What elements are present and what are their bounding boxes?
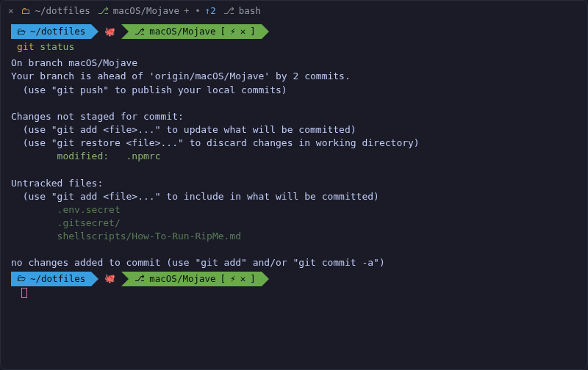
powerline-arrow-icon bbox=[121, 24, 129, 39]
git-branch-icon: ⎇ bbox=[135, 26, 145, 38]
untracked-file: .env.secret bbox=[11, 203, 577, 217]
powerline-arrow-icon bbox=[91, 272, 98, 286]
powerline-arrow-icon bbox=[262, 24, 269, 39]
powerline-arrow-icon bbox=[262, 272, 269, 286]
powerline-arrow-icon bbox=[121, 272, 129, 286]
prompt-branch-segment: ⎇ macOS/Mojave [ ⚡ ✕ ] bbox=[129, 24, 261, 39]
git-branch-icon: ⎇ bbox=[98, 4, 109, 18]
titlebar-shell-segment: ⎇ bash bbox=[223, 4, 261, 18]
output-line: (use "git restore <file>..." to discard … bbox=[11, 137, 577, 150]
prompt-path: ~/dotfiles bbox=[30, 25, 85, 38]
output-line: (use "git add <file>..." to include in w… bbox=[11, 190, 577, 203]
ahead-indicator: ↑2 bbox=[205, 4, 216, 18]
status-bracket-open: [ bbox=[220, 272, 226, 286]
modified-file: modified: .npmrc bbox=[11, 150, 577, 163]
window-titlebar: × 🗀 ~/dotfiles ⎇ macOS/Mojave + • ↑2 ⎇ b… bbox=[1, 1, 587, 21]
powerline-prompt: 🗁 ~/dotfiles 🐙 ⎇ macOS/Mojave [ ⚡ ✕ ] bbox=[11, 24, 577, 39]
folder-open-icon: 🗁 bbox=[17, 26, 26, 38]
output-line: (use "git push" to publish your local co… bbox=[11, 84, 577, 97]
cursor bbox=[21, 288, 27, 298]
command-line: git status bbox=[11, 40, 577, 54]
prompt-git-segment: 🐙 bbox=[98, 24, 121, 39]
titlebar-path: ~/dotfiles bbox=[35, 4, 90, 18]
untracked-file: shellscripts/How-To-Run-RipMe.md bbox=[11, 230, 577, 243]
command-name: git bbox=[17, 41, 34, 52]
prompt-branch: macOS/Mojave bbox=[149, 25, 215, 38]
github-icon: 🐙 bbox=[104, 26, 115, 38]
titlebar-branch: macOS/Mojave bbox=[113, 4, 179, 18]
folder-icon: 🗀 bbox=[21, 4, 31, 18]
prompt-path-segment: 🗁 ~/dotfiles bbox=[11, 24, 91, 39]
x-icon: ✕ bbox=[240, 272, 246, 286]
output-line: Changes not staged for commit: bbox=[11, 110, 577, 123]
status-bracket-close: ] bbox=[250, 25, 256, 38]
prompt-branch: macOS/Mojave bbox=[149, 272, 215, 286]
prompt-branch-segment: ⎇ macOS/Mojave [ ⚡ ✕ ] bbox=[129, 272, 261, 286]
github-icon: 🐙 bbox=[104, 272, 115, 285]
titlebar-path-segment: 🗀 ~/dotfiles bbox=[21, 4, 90, 18]
prompt-git-segment: 🐙 bbox=[98, 272, 121, 286]
blank-line bbox=[11, 243, 577, 256]
terminal-body[interactable]: 🗁 ~/dotfiles 🐙 ⎇ macOS/Mojave [ ⚡ ✕ ] gi… bbox=[1, 21, 587, 308]
folder-open-icon: 🗁 bbox=[17, 272, 26, 285]
git-branch-icon: ⎇ bbox=[135, 272, 145, 285]
bolt-icon: ⚡ bbox=[230, 272, 236, 286]
output-line: Your branch is ahead of 'origin/macOS/Mo… bbox=[11, 70, 577, 83]
shell-icon: ⎇ bbox=[223, 4, 234, 18]
close-icon[interactable]: × bbox=[8, 4, 14, 18]
titlebar-shell: bash bbox=[239, 4, 261, 18]
dirty-indicator: + • bbox=[184, 4, 201, 18]
prompt-path: ~/dotfiles bbox=[30, 272, 85, 286]
prompt-path-segment: 🗁 ~/dotfiles bbox=[11, 272, 91, 286]
output-line: (use "git add <file>..." to update what … bbox=[11, 123, 577, 137]
blank-line bbox=[11, 97, 577, 110]
powerline-arrow-icon bbox=[91, 24, 98, 39]
status-bracket-close: ] bbox=[250, 272, 256, 286]
output-line: no changes added to commit (use "git add… bbox=[11, 256, 577, 269]
x-icon: ✕ bbox=[240, 25, 246, 38]
untracked-file: .gitsecret/ bbox=[11, 217, 577, 230]
command-line[interactable] bbox=[11, 288, 577, 298]
status-bracket-open: [ bbox=[220, 25, 226, 38]
titlebar-branch-segment: ⎇ macOS/Mojave + • ↑2 bbox=[98, 4, 216, 18]
output-line: On branch macOS/Mojave bbox=[11, 57, 577, 70]
blank-line bbox=[11, 164, 577, 177]
bolt-icon: ⚡ bbox=[230, 25, 236, 38]
output-line: Untracked files: bbox=[11, 177, 577, 190]
powerline-prompt: 🗁 ~/dotfiles 🐙 ⎇ macOS/Mojave [ ⚡ ✕ ] bbox=[11, 272, 577, 286]
command-arg: status bbox=[40, 41, 74, 52]
